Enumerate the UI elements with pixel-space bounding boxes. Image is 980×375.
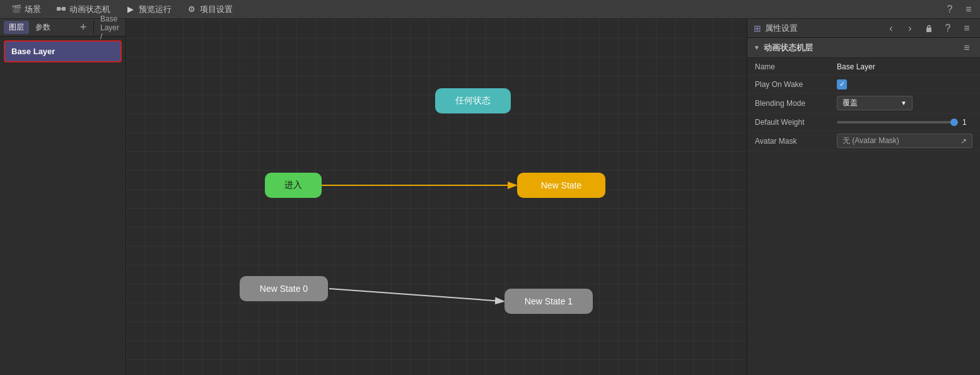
menu-scene[interactable]: 🎬 场景 bbox=[5, 2, 47, 17]
prop-name-text: Base Layer bbox=[837, 62, 875, 71]
slider-track bbox=[837, 121, 957, 124]
top-right-icons: ? ≡ bbox=[943, 3, 975, 16]
collapse-icon: ▼ bbox=[754, 44, 760, 51]
prop-name-row: Name Base Layer bbox=[747, 58, 980, 76]
prop-blending-mode-value: 覆盖 ▼ bbox=[837, 96, 972, 110]
state-any-label: 任何状态 bbox=[455, 95, 491, 107]
nav-prev-button[interactable]: ‹ bbox=[884, 21, 898, 35]
nav-next-button[interactable]: › bbox=[903, 21, 917, 35]
menu-project-label: 项目设置 bbox=[200, 4, 233, 15]
props-menu-icon[interactable]: ≡ bbox=[960, 41, 974, 55]
tab-layers[interactable]: 图层 bbox=[4, 21, 29, 34]
layer-list: Base Layer bbox=[0, 37, 125, 375]
blending-mode-dropdown[interactable]: 覆盖 ▼ bbox=[837, 96, 913, 110]
right-icons: ‹ › ? ≡ bbox=[884, 21, 974, 35]
tab-params[interactable]: 参数 bbox=[30, 21, 55, 34]
state-enter-label: 进入 bbox=[284, 180, 302, 191]
svg-rect-0 bbox=[57, 7, 61, 11]
right-panel-icon: ⊞ bbox=[754, 23, 761, 33]
prop-default-weight-value: 1 bbox=[837, 118, 972, 127]
state-new2-label: New State 1 bbox=[525, 296, 573, 306]
slider-thumb[interactable] bbox=[950, 118, 958, 126]
right-help-icon[interactable]: ? bbox=[941, 21, 955, 35]
avatar-mask-field[interactable]: 无 (Avatar Mask) ↗ bbox=[837, 134, 972, 148]
header-row: 图层 参数 + Base Layer / bbox=[0, 19, 125, 37]
state-enter[interactable]: 进入 bbox=[265, 173, 322, 198]
prop-avatar-mask-row: Avatar Mask 无 (Avatar Mask) ↗ bbox=[747, 131, 980, 151]
prop-avatar-mask-label: Avatar Mask bbox=[755, 137, 837, 146]
link-icon: ↗ bbox=[960, 137, 967, 146]
props-section-title: 动画状态机层 bbox=[764, 42, 813, 54]
state-new1-label: New State bbox=[541, 180, 582, 190]
state-arrows bbox=[126, 19, 747, 375]
chevron-down-icon: ▼ bbox=[901, 100, 907, 107]
menu-project[interactable]: ⚙ 项目设置 bbox=[180, 2, 239, 17]
top-menu-bar: 🎬 场景 动画状态机 ▶ 预览运行 ⚙ 项目设置 ? ≡ bbox=[0, 0, 980, 19]
menu-preview-label: 预览运行 bbox=[139, 4, 172, 15]
svg-line-4 bbox=[329, 289, 503, 301]
default-weight-slider[interactable]: 1 bbox=[837, 118, 972, 127]
right-top-bar: ⊞ 属性设置 ‹ › ? ≡ bbox=[747, 19, 980, 38]
layer-item-base[interactable]: Base Layer bbox=[4, 40, 122, 62]
avatar-mask-text: 无 (Avatar Mask) bbox=[843, 136, 899, 146]
add-layer-button[interactable]: + bbox=[77, 21, 90, 34]
prop-play-on-wake-label: Play On Wake bbox=[755, 80, 837, 89]
prop-name-value: Base Layer bbox=[837, 62, 972, 71]
right-panel: ⊞ 属性设置 ‹ › ? ≡ ▼ 动画状态机层 ≡ bbox=[747, 19, 980, 375]
menu-preview[interactable]: ▶ 预览运行 bbox=[119, 2, 178, 17]
prop-blending-mode-row: Blending Mode 覆盖 ▼ bbox=[747, 93, 980, 113]
right-menu-icon[interactable]: ≡ bbox=[960, 21, 974, 35]
prop-name-label: Name bbox=[755, 62, 837, 71]
prop-play-on-wake-value: ✓ bbox=[837, 79, 972, 89]
state-new-2[interactable]: New State 1 bbox=[505, 289, 593, 314]
left-panel: 图层 参数 + Base Layer / Base Layer bbox=[0, 19, 126, 375]
menu-scene-label: 场景 bbox=[25, 4, 41, 15]
lock-button[interactable] bbox=[922, 21, 936, 35]
menu-icon[interactable]: ≡ bbox=[962, 3, 975, 16]
canvas-area[interactable]: 任何状态 进入 New State New State 0 New State … bbox=[126, 19, 747, 375]
state-new-1[interactable]: New State bbox=[517, 173, 605, 198]
blending-mode-text: 覆盖 bbox=[843, 98, 858, 108]
prop-avatar-mask-value: 无 (Avatar Mask) ↗ bbox=[837, 134, 972, 148]
prop-default-weight-row: Default Weight 1 bbox=[747, 113, 980, 131]
svg-rect-5 bbox=[926, 28, 931, 32]
header-tabs: 图层 参数 + bbox=[0, 21, 94, 34]
svg-rect-1 bbox=[62, 7, 66, 11]
anim-state-icon bbox=[56, 4, 66, 14]
state-any[interactable]: 任何状态 bbox=[435, 88, 511, 113]
properties-section: ▼ 动画状态机层 ≡ Name Base Layer Play On Wake … bbox=[747, 38, 980, 151]
preview-icon: ▶ bbox=[125, 4, 136, 14]
prop-play-on-wake-row: Play On Wake ✓ bbox=[747, 76, 980, 93]
play-on-wake-checkbox[interactable]: ✓ bbox=[837, 79, 847, 89]
slider-value-text: 1 bbox=[962, 118, 972, 127]
scene-icon: 🎬 bbox=[11, 4, 21, 14]
prop-default-weight-label: Default Weight bbox=[755, 118, 837, 127]
props-header[interactable]: ▼ 动画状态机层 ≡ bbox=[747, 38, 980, 58]
project-icon: ⚙ bbox=[187, 4, 197, 14]
main-layout: 图层 参数 + Base Layer / Base Layer bbox=[0, 19, 980, 375]
state-new-0[interactable]: New State 0 bbox=[240, 276, 328, 301]
help-icon[interactable]: ? bbox=[943, 3, 956, 16]
right-panel-title: 属性设置 bbox=[765, 23, 880, 34]
state-new0-label: New State 0 bbox=[260, 284, 308, 294]
menu-anim-label: 动画状态机 bbox=[69, 4, 110, 15]
prop-blending-mode-label: Blending Mode bbox=[755, 99, 837, 108]
